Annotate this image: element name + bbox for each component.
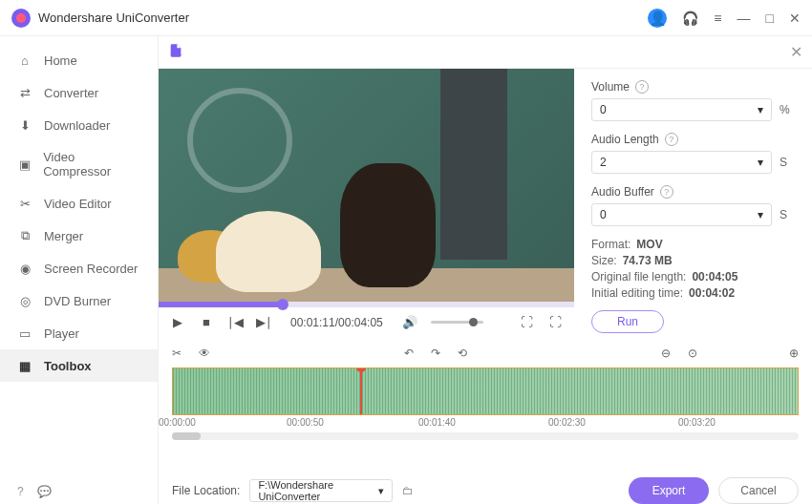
- sidebar-item-toolbox[interactable]: ▦Toolbox: [0, 349, 158, 382]
- player-icon: ▭: [17, 326, 32, 341]
- export-button[interactable]: Export: [629, 477, 709, 504]
- app-title: Wondershare UniConverter: [38, 10, 648, 25]
- undo-icon[interactable]: ↶: [404, 346, 414, 360]
- feedback-icon[interactable]: 💬: [37, 485, 52, 498]
- chevron-down-icon: ▾: [758, 156, 763, 169]
- volume-select[interactable]: 0▾: [591, 98, 772, 121]
- minimize-button[interactable]: —: [737, 10, 751, 26]
- audio-length-unit: S: [780, 156, 791, 169]
- chevron-down-icon: ▾: [378, 485, 384, 497]
- init-edit-value: 00:04:02: [689, 286, 735, 300]
- download-icon: ⬇: [17, 117, 32, 133]
- sidebar: ⌂Home ⇄Converter ⬇Downloader ▣Video Comp…: [0, 36, 158, 504]
- format-value: MOV: [636, 238, 662, 251]
- fullscreen-icon[interactable]: ⛶: [547, 315, 563, 329]
- refresh-icon[interactable]: ⟲: [458, 346, 467, 360]
- audio-buffer-label: Audio Buffer: [591, 185, 654, 199]
- volume-label: Volume: [591, 80, 630, 94]
- video-progress[interactable]: [159, 302, 574, 307]
- disc-icon: ◎: [17, 293, 32, 308]
- recorder-icon: ◉: [17, 261, 32, 276]
- time-ruler: 00:00:00 00:00:50 00:01:40 00:02:30 00:0…: [159, 415, 812, 430]
- volume-unit: %: [780, 103, 791, 116]
- audio-buffer-select[interactable]: 0▾: [591, 203, 772, 226]
- panel-close-button[interactable]: ✕: [790, 43, 802, 61]
- audio-waveform[interactable]: [172, 368, 799, 415]
- scissors-icon: ✂: [17, 196, 32, 211]
- orig-length-value: 00:04:05: [692, 270, 737, 284]
- timeline-scrollbar[interactable]: [172, 432, 799, 440]
- help-icon[interactable]: ?: [665, 133, 678, 146]
- volume-icon[interactable]: 🔊: [402, 315, 417, 329]
- app-logo: [11, 9, 31, 28]
- compress-icon: ▣: [17, 157, 32, 172]
- help-icon[interactable]: ?: [635, 80, 649, 94]
- snapshot-icon[interactable]: ⛶: [519, 315, 534, 329]
- sidebar-item-downloader[interactable]: ⬇Downloader: [0, 109, 158, 141]
- chevron-down-icon: ▾: [758, 103, 763, 116]
- sidebar-item-editor[interactable]: ✂Video Editor: [0, 187, 158, 220]
- eye-icon[interactable]: 👁: [199, 346, 210, 360]
- run-button[interactable]: Run: [591, 310, 664, 333]
- format-label: Format:: [591, 238, 630, 251]
- zoom-fit-icon[interactable]: ⊙: [688, 346, 697, 360]
- converter-icon: ⇄: [17, 85, 32, 100]
- home-icon: ⌂: [17, 52, 32, 68]
- sidebar-item-home[interactable]: ⌂Home: [0, 44, 158, 76]
- time-display: 00:01:11/00:04:05: [290, 316, 383, 329]
- sidebar-item-recorder[interactable]: ◉Screen Recorder: [0, 252, 158, 284]
- menu-icon[interactable]: ≡: [714, 10, 721, 26]
- add-file-icon[interactable]: +: [168, 43, 187, 62]
- maximize-button[interactable]: □: [766, 10, 774, 26]
- cut-icon[interactable]: ✂: [172, 346, 182, 360]
- user-avatar-icon[interactable]: 👤: [648, 9, 667, 28]
- prev-button[interactable]: ∣◀: [227, 315, 243, 329]
- video-preview[interactable]: [159, 69, 574, 302]
- init-edit-label: Initial editing time:: [591, 286, 683, 300]
- size-label: Size:: [591, 254, 617, 267]
- sidebar-item-compressor[interactable]: ▣Video Compressor: [0, 141, 158, 187]
- size-value: 74.73 MB: [623, 254, 673, 267]
- file-location-select[interactable]: F:\Wondershare UniConverter▾: [249, 479, 393, 502]
- audio-length-select[interactable]: 2▾: [591, 151, 772, 174]
- help-icon[interactable]: ?: [660, 185, 673, 199]
- sidebar-item-converter[interactable]: ⇄Converter: [0, 76, 158, 109]
- sidebar-item-merger[interactable]: ⧉Merger: [0, 220, 158, 252]
- file-location-label: File Location:: [172, 484, 240, 497]
- cancel-button[interactable]: Cancel: [718, 477, 799, 504]
- content-panel: ◀ + ✕ ▶ ■ ∣◀ ▶∣: [158, 36, 812, 504]
- toolbox-icon: ▦: [17, 358, 32, 373]
- play-button[interactable]: ▶: [170, 315, 185, 329]
- svg-text:+: +: [179, 51, 182, 57]
- zoom-in-icon[interactable]: ⊕: [789, 346, 799, 360]
- headset-icon[interactable]: 🎧: [682, 10, 698, 26]
- playhead[interactable]: [360, 368, 362, 414]
- help-button[interactable]: ?: [17, 485, 24, 498]
- open-folder-icon[interactable]: 🗀: [402, 484, 414, 497]
- orig-length-label: Original file length:: [591, 270, 686, 284]
- chevron-down-icon: ▾: [758, 208, 763, 221]
- audio-buffer-unit: S: [780, 208, 791, 221]
- titlebar: Wondershare UniConverter 👤 🎧 ≡ — □ ✕: [0, 0, 812, 36]
- close-button[interactable]: ✕: [789, 10, 801, 26]
- merge-icon: ⧉: [17, 228, 32, 243]
- stop-button[interactable]: ■: [199, 315, 214, 329]
- sidebar-item-dvd[interactable]: ◎DVD Burner: [0, 284, 158, 317]
- volume-slider[interactable]: [431, 321, 483, 324]
- sidebar-item-player[interactable]: ▭Player: [0, 317, 158, 349]
- zoom-out-icon[interactable]: ⊖: [661, 346, 671, 360]
- redo-icon[interactable]: ↷: [431, 346, 440, 360]
- next-button[interactable]: ▶∣: [256, 315, 271, 329]
- audio-length-label: Audio Length: [591, 133, 659, 146]
